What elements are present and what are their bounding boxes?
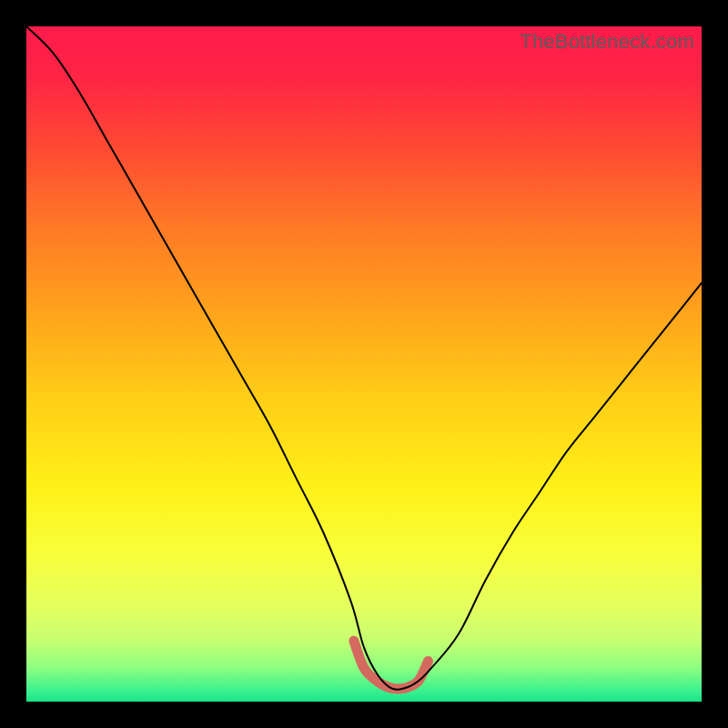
plot-area: TheBottleneck.com xyxy=(26,26,702,702)
black-curve xyxy=(26,26,702,690)
chart-frame: TheBottleneck.com xyxy=(0,0,728,728)
curves-layer xyxy=(26,26,702,702)
watermark-text: TheBottleneck.com xyxy=(520,30,694,54)
